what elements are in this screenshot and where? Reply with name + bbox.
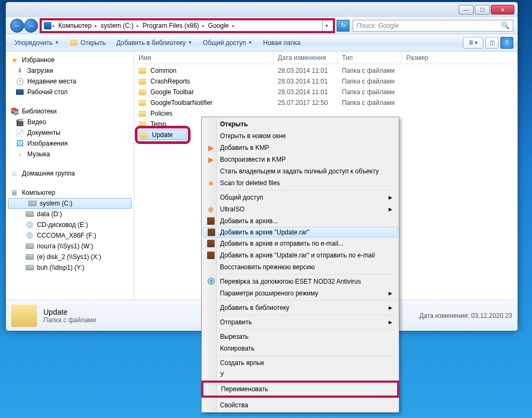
cm-add-kmp[interactable]: ▶Добавить в KMP	[203, 142, 398, 154]
add-library-button[interactable]: Добавить в библиотеку▼	[112, 37, 196, 48]
cm-ultraiso[interactable]: ◎UltraISO▶	[203, 203, 398, 215]
download-icon: ⬇	[16, 66, 24, 75]
cm-delete[interactable]: У	[203, 369, 398, 381]
rar-icon	[206, 239, 216, 248]
cm-restore-previous[interactable]: Восстановить прежнюю версию	[203, 261, 398, 273]
forward-button[interactable]: →	[24, 19, 38, 33]
chevron-right-icon: ▸	[52, 23, 55, 28]
sidebar-item-pictures[interactable]: 🖼Изображения	[6, 138, 134, 149]
breadcrumb-item[interactable]: Компьютер	[56, 20, 94, 31]
column-headers: Имя Дата изменения Тип Размер	[134, 51, 518, 64]
sidebar-item-documents[interactable]: 📄Документы	[6, 127, 134, 138]
recent-icon: 🕓	[16, 77, 24, 86]
library-icon: 📚	[10, 107, 19, 116]
cm-add-archive[interactable]: Добавить в архив...	[203, 215, 398, 227]
cm-cut[interactable]: Вырезать	[203, 331, 398, 343]
refresh-button[interactable]: ↻	[337, 20, 349, 32]
sidebar-favorites-header[interactable]: ★Избранное	[6, 55, 134, 65]
rar-icon	[206, 250, 216, 260]
cm-copy[interactable]: Копировать	[203, 343, 398, 354]
computer-icon	[44, 22, 51, 29]
sidebar-computer-header[interactable]: 🖥Компьютер	[6, 187, 134, 198]
file-row[interactable]: Google Toolbar28.03.2014 11:01Папка с фа…	[134, 87, 518, 97]
cm-send-to[interactable]: Отправить▶	[203, 316, 398, 328]
sidebar-item-video[interactable]: 🎬Видео	[6, 117, 134, 127]
network-drive-icon	[25, 263, 34, 272]
breadcrumb-item[interactable]: system (C:)	[98, 20, 135, 31]
column-size[interactable]: Размер	[402, 51, 518, 64]
desktop-icon	[16, 88, 24, 96]
sidebar-item-desktop[interactable]: Рабочий стол	[6, 87, 134, 97]
cm-scan-deleted[interactable]: ◉Scan for deleted files	[203, 177, 398, 189]
recuva-icon: ◉	[206, 178, 216, 188]
open-button[interactable]: Открыть	[65, 37, 110, 49]
sidebar-libraries-header[interactable]: 📚Библиотеки	[6, 106, 134, 117]
view-mode-button[interactable]: ≣ ▾	[463, 37, 483, 49]
column-name[interactable]: Имя	[134, 51, 273, 64]
close-button[interactable]: ✕	[491, 5, 514, 14]
cm-open-new-window[interactable]: Открыть в новом окне	[203, 130, 398, 142]
breadcrumb-dropdown[interactable]: ▾	[322, 20, 331, 31]
organize-button[interactable]: Упорядочить▼	[10, 37, 63, 48]
sidebar-item-system-c[interactable]: system (C:)	[8, 198, 132, 209]
cm-eset-advanced[interactable]: Параметри розширеного режиму▶	[203, 287, 398, 299]
sidebar-item-music[interactable]: ♪Музыка	[6, 149, 134, 159]
status-desc: Папка с файлами	[43, 316, 96, 324]
preview-pane-button[interactable]: ◫	[485, 37, 498, 49]
cm-play-kmp[interactable]: ▶Воспроизвести в KMP	[203, 154, 398, 165]
folder-icon	[139, 68, 146, 74]
help-button[interactable]: ?	[500, 37, 513, 49]
cm-rename[interactable]: Переименовать	[204, 383, 397, 395]
breadcrumb-bar[interactable]: ▸ Компьютер ▸ system (C:) ▸ Program File…	[41, 20, 333, 32]
file-row[interactable]: GoogleToolbarNotifier25.07.2017 12:50Пап…	[134, 97, 518, 108]
breadcrumb-item[interactable]: Program Files (x86)	[140, 20, 201, 31]
sidebar: ★Избранное ⬇Загрузки 🕓Недавние места Раб…	[6, 51, 134, 300]
cm-add-rar-mail[interactable]: Добавить в архив "Update.rar" и отправит…	[203, 249, 398, 261]
sidebar-homegroup[interactable]: ⌂Домашняя группа	[6, 168, 134, 179]
cm-add-library[interactable]: Добавить в библиотеку▶	[203, 302, 398, 314]
new-folder-button[interactable]: Новая папка	[259, 37, 305, 48]
cm-take-ownership[interactable]: Стать владельцем и задать полный доступ …	[203, 165, 398, 177]
document-icon: 📄	[16, 128, 24, 137]
drive-icon	[25, 210, 34, 218]
cm-add-rar[interactable]: Добавить в архив "Update.rar"	[203, 227, 398, 238]
cm-add-archive-mail[interactable]: Добавить в архив и отправить по e-mail..…	[203, 238, 398, 249]
title-bar: — ☐ ✕	[6, 2, 518, 17]
sidebar-item-net-y[interactable]: buh (\\disp1) (Y:)	[6, 262, 134, 273]
cm-open[interactable]: Открыть	[203, 118, 398, 130]
sidebar-item-net-w[interactable]: пошта (\\Sys1) (W:)	[6, 241, 134, 252]
star-icon: ★	[10, 56, 19, 64]
submenu-arrow-icon: ▶	[389, 207, 392, 212]
sidebar-item-net-x[interactable]: (e) disk_2 (\\Sys1) (X:)	[6, 252, 134, 262]
sidebar-item-downloads[interactable]: ⬇Загрузки	[6, 65, 134, 76]
share-button[interactable]: Общий доступ▼	[199, 37, 257, 48]
file-row-update[interactable]: Update	[139, 130, 187, 140]
network-drive-icon	[25, 242, 34, 250]
sidebar-item-cccoma-f[interactable]: 💿CCCOMA_X86F (F:)	[6, 230, 134, 241]
submenu-arrow-icon: ▶	[389, 195, 392, 200]
maximize-button[interactable]: ☐	[475, 5, 490, 14]
submenu-arrow-icon: ▶	[389, 291, 392, 296]
sidebar-item-recent[interactable]: 🕓Недавние места	[6, 76, 134, 87]
cm-create-shortcut[interactable]: Создать ярлык	[203, 357, 398, 369]
search-icon: 🔍	[501, 21, 510, 29]
submenu-arrow-icon: ▶	[389, 320, 392, 325]
cm-properties[interactable]: Свойства	[203, 399, 398, 411]
file-row[interactable]: Common28.03.2014 11:01Папка с файлами	[134, 65, 518, 76]
sidebar-item-cd-e[interactable]: 💿CD-дисковод (E:)	[6, 219, 134, 230]
minimize-button[interactable]: —	[459, 5, 474, 14]
homegroup-icon: ⌂	[10, 169, 19, 178]
column-date[interactable]: Дата изменения	[273, 51, 338, 64]
search-placeholder: Поиск: Google	[356, 22, 399, 29]
kmp-icon: ▶	[206, 143, 216, 153]
breadcrumb-item[interactable]: Google	[206, 20, 231, 31]
column-type[interactable]: Тип	[338, 51, 402, 64]
submenu-arrow-icon: ▶	[389, 305, 392, 310]
sidebar-item-data-d[interactable]: data (D:)	[6, 209, 134, 219]
search-input[interactable]: Поиск: Google 🔍	[353, 20, 513, 32]
status-name: Update	[43, 308, 96, 316]
file-row[interactable]: CrashReports28.03.2014 11:01Папка с файл…	[134, 76, 518, 87]
cm-share[interactable]: Общий доступ▶	[203, 192, 398, 203]
back-button[interactable]: ←	[10, 19, 24, 33]
cm-eset-scan[interactable]: ⓔПеревірка за допомогою ESET NOD32 Antiv…	[203, 276, 398, 287]
